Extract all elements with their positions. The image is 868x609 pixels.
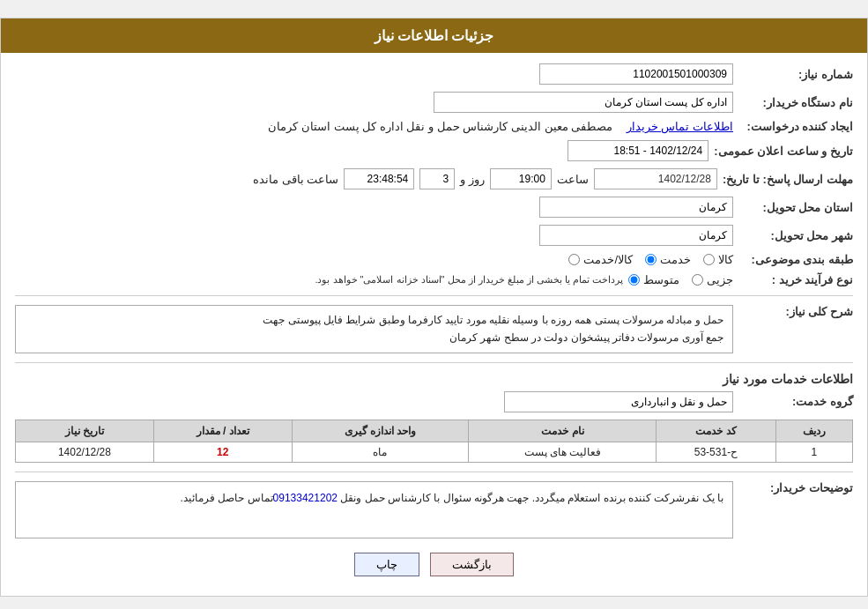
- category-option-khedmat: خدمت: [660, 253, 691, 266]
- col-header-date: تاریخ نیاز: [16, 420, 154, 442]
- deadline-time-input[interactable]: [490, 168, 552, 189]
- creator-value: مصطفی معین الدینی کارشناس حمل و نقل ادار…: [268, 120, 612, 133]
- category-label: طبقه بندی موضوعی:: [738, 253, 853, 266]
- service-group-input[interactable]: [504, 391, 733, 412]
- col-header-rownum: ردیف: [775, 420, 853, 442]
- cell-rownum: 1: [775, 442, 853, 462]
- category-radio-kala[interactable]: [703, 254, 715, 265]
- col-header-code: کد خدمت: [657, 420, 775, 442]
- creator-label: ایجاد کننده درخواست:: [738, 120, 853, 133]
- process-radio-motavasset[interactable]: [628, 274, 640, 286]
- deadline-date-input[interactable]: [594, 168, 717, 189]
- process-radio-group: جزیی متوسط: [628, 273, 733, 286]
- process-option-jozi: جزیی: [707, 273, 733, 286]
- deadline-remaining-label: ساعت باقی مانده: [253, 173, 338, 186]
- cell-unit: ماه: [292, 442, 469, 462]
- services-table: ردیف کد خدمت نام خدمت واحد اندازه گیری ت…: [15, 420, 853, 463]
- col-header-name: نام خدمت: [469, 420, 657, 442]
- divider-2: [15, 362, 853, 363]
- service-group-label: گروه خدمت:: [738, 395, 853, 408]
- city-label: شهر محل تحویل:: [738, 229, 853, 242]
- process-note: پرداخت تمام یا بخشی از مبلغ خریدار از مح…: [315, 274, 623, 286]
- process-label: نوع فرآیند خرید :: [738, 273, 853, 286]
- services-section-title: اطلاعات خدمات مورد نیاز: [15, 372, 853, 386]
- col-header-unit: واحد اندازه گیری: [292, 420, 469, 442]
- reply-deadline-label: مهلت ارسال پاسخ: تا تاریخ:: [723, 173, 853, 186]
- cell-date: 1402/12/28: [16, 442, 154, 462]
- cell-code: ح-531-53: [657, 442, 775, 462]
- deadline-days-label: روز و: [460, 173, 485, 186]
- print-button[interactable]: چاپ: [354, 553, 419, 576]
- province-label: استان محل تحویل:: [738, 201, 853, 214]
- buyer-notes-label: توضیحات خریدار:: [738, 481, 853, 494]
- process-option-motavasset: متوسط: [643, 273, 679, 286]
- announce-date-input[interactable]: [568, 140, 708, 161]
- category-radio-group: کالا خدمت کالا/خدمت: [568, 253, 733, 266]
- deadline-days-input[interactable]: [419, 168, 455, 189]
- creator-link[interactable]: اطلاعات تماس خریدار: [627, 120, 733, 133]
- province-input[interactable]: [539, 197, 733, 218]
- divider-3: [15, 472, 853, 472]
- page-title: جزئیات اطلاعات نیاز: [1, 19, 867, 53]
- divider-1: [15, 295, 853, 296]
- description-box: حمل و مبادله مرسولات پستی همه روزه با وس…: [15, 305, 733, 353]
- description-label: شرح کلی نیاز:: [738, 305, 853, 318]
- cell-qty: 12: [153, 442, 292, 462]
- category-option-kala: کالا: [718, 253, 733, 266]
- back-button[interactable]: بازگشت: [430, 553, 514, 576]
- category-radio-khedmat[interactable]: [645, 254, 657, 265]
- table-row: 1 ح-531-53 فعالیت های پست ماه 12 1402/12…: [16, 442, 853, 462]
- request-number-input[interactable]: [539, 63, 733, 85]
- org-name-input[interactable]: [434, 92, 733, 113]
- announce-date-label: تاریخ و ساعت اعلان عمومی:: [714, 145, 853, 158]
- request-number-label: شماره نیاز:: [738, 68, 853, 81]
- buyer-notes-box: با یک نفرشرکت کننده برنده استعلام میگردد…: [15, 481, 733, 538]
- deadline-time-label: ساعت: [557, 173, 589, 186]
- process-radio-jozi[interactable]: [692, 274, 703, 286]
- category-option-kala-khedmat: کالا/خدمت: [583, 253, 633, 266]
- category-radio-kala-khedmat[interactable]: [568, 254, 580, 265]
- col-header-qty: تعداد / مقدار: [153, 420, 292, 442]
- button-row: بازگشت چاپ: [15, 553, 853, 576]
- deadline-remaining-input[interactable]: [344, 168, 414, 189]
- org-name-label: نام دستگاه خریدار:: [738, 96, 853, 109]
- cell-name: فعالیت های پست: [469, 442, 657, 462]
- city-input[interactable]: [539, 225, 733, 246]
